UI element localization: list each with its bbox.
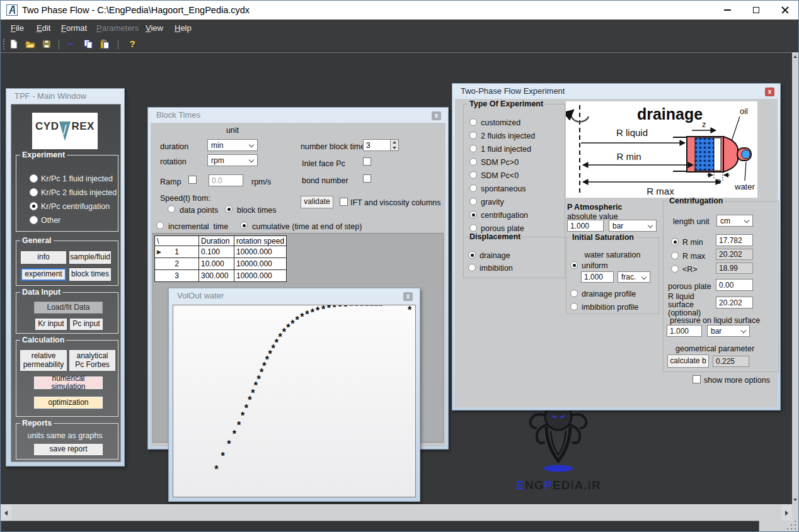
save-report-button[interactable]: save report (34, 444, 103, 455)
kr-pc-1-fluid-radio[interactable] (30, 174, 38, 183)
kr-pc-2-fluids-radio[interactable] (30, 188, 38, 196)
one-fluid-injected-radio[interactable] (469, 145, 477, 152)
toolbar-grip[interactable] (3, 39, 5, 50)
spin-down-icon[interactable] (391, 145, 398, 151)
r-max-label: R max (647, 186, 674, 196)
block-times-table[interactable]: \ Duration rotation speed ▶1 0.100 10000… (154, 235, 287, 282)
menu-view[interactable]: View (146, 20, 163, 37)
load-fit-data-button[interactable]: Load/fit Data (34, 302, 103, 314)
spontaneous-radio[interactable] (469, 184, 477, 192)
show-more-options-checkbox[interactable] (693, 375, 701, 383)
horizontal-scrollbar[interactable] (1, 504, 792, 521)
menu-parameters[interactable]: Parameters (96, 20, 139, 37)
pc-input-button[interactable]: Pc input (70, 319, 103, 330)
resize-grip[interactable] (759, 521, 799, 532)
help-icon[interactable]: ? (128, 39, 137, 49)
r-average-radio[interactable] (671, 265, 679, 273)
analytical-pc-forbes-button[interactable]: analytical Pc Forbes (69, 350, 115, 371)
validate-button[interactable]: validate (301, 196, 333, 208)
menu-help[interactable]: Help (175, 20, 192, 37)
minimize-icon (724, 9, 731, 11)
menu-edit[interactable]: Edit (37, 20, 50, 37)
open-folder-icon[interactable] (25, 39, 35, 49)
r-average-input[interactable]: 18.99 (716, 263, 753, 274)
experiment-window-title[interactable]: Two-Phase Flow Experiment (461, 86, 565, 96)
r-min-label: R min (682, 238, 703, 247)
centrifugation-radio[interactable] (469, 211, 477, 218)
number-block-times-stepper[interactable]: 3 (363, 139, 399, 151)
incremental-time-radio[interactable] (156, 222, 164, 229)
drainage-profile-radio[interactable] (570, 290, 578, 297)
r-max-radio[interactable] (671, 252, 679, 259)
close-button[interactable] (771, 1, 799, 20)
other-radio[interactable] (30, 216, 38, 224)
rotation-unit-select[interactable]: rpm (207, 154, 258, 166)
inlet-face-pc-checkbox[interactable] (363, 157, 371, 166)
gravity-radio[interactable] (469, 198, 477, 205)
ramp-value-input[interactable]: 0.0 (209, 174, 243, 186)
two-fluids-injected-radio[interactable] (469, 132, 477, 139)
saturation-unit-select[interactable]: frac. (618, 271, 650, 283)
titlebar[interactable]: Two Phase Flow - C:\EngPedia\Hagoort_Eng… (1, 1, 799, 20)
optimization-button[interactable]: optimization (34, 397, 103, 409)
porous-plate-radio[interactable] (469, 224, 477, 232)
minimize-button[interactable] (713, 1, 742, 20)
r-min-radio[interactable] (671, 238, 679, 246)
experiment-body: Type Of Experiment customized 2 fluids i… (455, 99, 778, 407)
block-times-button[interactable]: block times (69, 268, 111, 281)
duration-unit-select[interactable]: min (207, 139, 258, 151)
menu-format[interactable]: Format (61, 20, 87, 37)
imbibition-radio[interactable] (468, 264, 476, 271)
r-max-input[interactable]: 20.202 (716, 249, 753, 260)
close-icon[interactable]: x (432, 111, 441, 120)
info-button[interactable]: info (21, 251, 66, 264)
close-icon[interactable]: x (403, 292, 413, 301)
menu-file[interactable]: File (11, 20, 24, 37)
sdm-pc-positive-radio[interactable] (469, 158, 477, 166)
new-document-icon[interactable] (9, 39, 19, 49)
data-points-radio[interactable] (168, 205, 175, 213)
cydarex-triangle-icon (59, 121, 71, 144)
block-times-radio[interactable] (225, 205, 233, 213)
p-atmospheric-unit-select[interactable]: bar (609, 220, 657, 232)
ift-viscosity-checkbox[interactable] (340, 198, 348, 206)
r-liquid-surface-input[interactable]: 20.202 (716, 297, 753, 308)
experiment-button[interactable]: experiment (21, 268, 66, 281)
imbibition-profile-radio[interactable] (570, 303, 578, 310)
copy-icon[interactable] (83, 39, 93, 49)
uniform-radio[interactable] (570, 261, 578, 269)
speed-from-label: Speed(t) from: (160, 194, 210, 203)
kr-pc-centrifugation-radio[interactable] (30, 202, 38, 210)
sample-fluid-button[interactable]: sample/fluid (69, 251, 111, 264)
save-icon[interactable] (42, 39, 52, 49)
spin-up-icon[interactable] (391, 140, 398, 145)
porous-plate-e-input[interactable]: 0.00 (716, 279, 753, 291)
bond-number-checkbox[interactable] (363, 174, 371, 183)
kr-input-button[interactable]: Kr input (35, 319, 67, 330)
drainage-radio[interactable] (468, 251, 476, 259)
tpf-title[interactable]: TPF - Main Window (14, 91, 86, 101)
p-atmospheric-input[interactable]: 1.000 (567, 220, 604, 232)
pressure-liquid-surface-input[interactable]: 1.000 (667, 325, 702, 337)
scroll-left-button[interactable] (1, 505, 11, 521)
pressure-unit-select[interactable]: bar (707, 325, 750, 337)
volout-title[interactable]: VolOut water (177, 291, 224, 300)
numerical-simulation-button[interactable]: numerical simulation (34, 376, 103, 389)
block-times-title[interactable]: Block Times (156, 110, 200, 120)
scroll-right-button[interactable] (781, 505, 792, 521)
ramp-checkbox[interactable] (188, 176, 197, 184)
cumulative-time-radio[interactable] (240, 222, 248, 229)
geometrical-parameter-value[interactable]: 0.225 (713, 356, 749, 367)
paste-icon[interactable] (100, 39, 110, 49)
vertical-scrollbar[interactable] (792, 52, 799, 504)
maximize-button[interactable] (742, 1, 771, 20)
relative-permeability-button[interactable]: relative permeability (20, 350, 67, 371)
cut-icon[interactable]: ✂ (67, 39, 77, 49)
close-icon[interactable]: x (765, 88, 774, 96)
calculate-b-button[interactable]: calculate b (667, 354, 709, 368)
length-unit-select[interactable]: cm (716, 215, 753, 227)
initial-saturation-input[interactable]: 1.000 (581, 271, 614, 283)
customized-radio[interactable] (469, 118, 477, 126)
sdm-pc-negative-radio[interactable] (469, 171, 477, 179)
r-min-input[interactable]: 17.782 (716, 234, 753, 246)
